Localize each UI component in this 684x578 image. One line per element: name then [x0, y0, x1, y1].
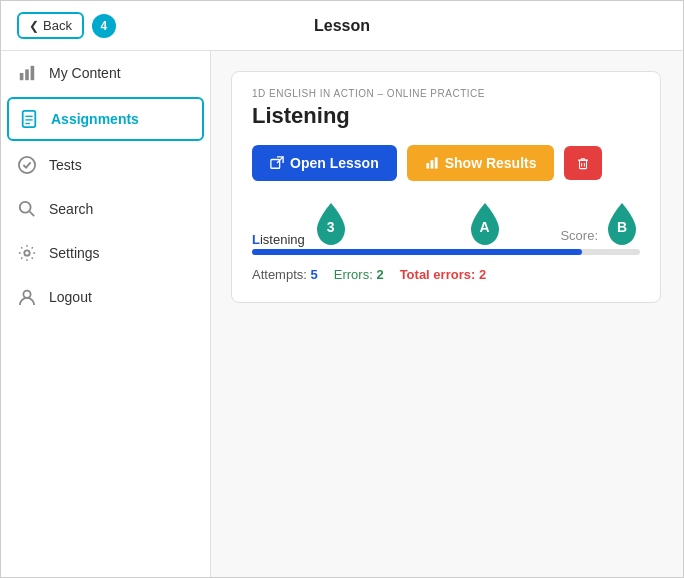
chevron-left-icon: ❮: [29, 19, 39, 33]
sidebar-item-search[interactable]: Search: [1, 187, 210, 231]
errors-stat: Errors: 2: [334, 267, 384, 282]
header: ❮ Back 4 Lesson: [1, 1, 683, 51]
attempts-label: Attempts:: [252, 267, 307, 282]
score-label: Score:: [560, 228, 598, 243]
doc-icon: [19, 109, 39, 129]
progress-section: Listening 3: [252, 201, 640, 282]
external-link-icon: [270, 156, 284, 170]
droplet-b: B: [604, 201, 640, 247]
sidebar-item-logout[interactable]: Logout: [1, 275, 210, 319]
open-lesson-button[interactable]: Open Lesson: [252, 145, 397, 181]
badge-number: 4: [92, 14, 116, 38]
errors-value: 2: [376, 267, 383, 282]
user-icon: [17, 287, 37, 307]
check-circle-icon: [17, 155, 37, 175]
progress-label: Listening: [252, 232, 305, 247]
droplet-3-label: 3: [327, 219, 335, 235]
total-errors-label: Total errors:: [400, 267, 476, 282]
sidebar-label-settings: Settings: [49, 245, 100, 261]
svg-rect-2: [31, 66, 35, 80]
sidebar-item-my-content[interactable]: My Content: [1, 51, 210, 95]
sidebar: My Content Assignments: [1, 51, 211, 577]
action-buttons: Open Lesson Show Results: [252, 145, 640, 181]
svg-line-9: [30, 212, 35, 217]
open-lesson-label: Open Lesson: [290, 155, 379, 171]
sidebar-label-logout: Logout: [49, 289, 92, 305]
delete-button[interactable]: [564, 146, 602, 180]
svg-rect-16: [434, 157, 437, 168]
svg-rect-15: [430, 160, 433, 168]
sidebar-label-my-content: My Content: [49, 65, 121, 81]
sidebar-label-assignments: Assignments: [51, 111, 139, 127]
droplet-b-label: B: [617, 219, 627, 235]
total-errors-stat: Total errors: 2: [400, 267, 486, 282]
svg-rect-3: [23, 111, 36, 127]
stats-row: Attempts: 5 Errors: 2 Total errors: 2: [252, 267, 640, 282]
sidebar-item-settings[interactable]: Settings: [1, 231, 210, 275]
sidebar-label-tests: Tests: [49, 157, 82, 173]
svg-point-11: [23, 291, 30, 298]
sidebar-item-assignments[interactable]: Assignments: [7, 97, 204, 141]
page-title: Lesson: [314, 17, 370, 35]
errors-label: Errors:: [334, 267, 377, 282]
lesson-subtitle: 1D ENGLISH IN ACTION – ONLINE PRACTICE: [252, 88, 640, 99]
total-errors-value: 2: [479, 267, 486, 282]
svg-rect-14: [426, 163, 429, 169]
svg-rect-1: [25, 69, 29, 80]
back-button[interactable]: ❮ Back: [17, 12, 84, 39]
content-area: 1D ENGLISH IN ACTION – ONLINE PRACTICE L…: [211, 51, 683, 577]
gear-icon: [17, 243, 37, 263]
show-results-label: Show Results: [445, 155, 537, 171]
trash-icon: [576, 156, 590, 170]
progress-bar-fill: [252, 249, 582, 255]
sidebar-label-search: Search: [49, 201, 93, 217]
svg-point-10: [24, 250, 29, 255]
droplet-a: A: [467, 201, 503, 247]
show-results-button[interactable]: Show Results: [407, 145, 555, 181]
lesson-card: 1D ENGLISH IN ACTION – ONLINE PRACTICE L…: [231, 71, 661, 303]
progress-bar: [252, 249, 640, 255]
chart-icon: [17, 63, 37, 83]
main-layout: My Content Assignments: [1, 51, 683, 577]
svg-rect-17: [580, 160, 587, 168]
attempts-stat: Attempts: 5: [252, 267, 318, 282]
svg-point-8: [20, 202, 31, 213]
attempts-value: 5: [311, 267, 318, 282]
back-label: Back: [43, 18, 72, 33]
droplet-3: 3: [313, 201, 349, 247]
lesson-title: Listening: [252, 103, 640, 129]
bar-chart-icon: [425, 156, 439, 170]
search-icon: [17, 199, 37, 219]
svg-point-7: [19, 157, 35, 173]
sidebar-item-tests[interactable]: Tests: [1, 143, 210, 187]
droplet-a-label: A: [480, 219, 490, 235]
app-container: ❮ Back 4 Lesson My Content: [0, 0, 684, 578]
svg-rect-0: [20, 73, 24, 80]
